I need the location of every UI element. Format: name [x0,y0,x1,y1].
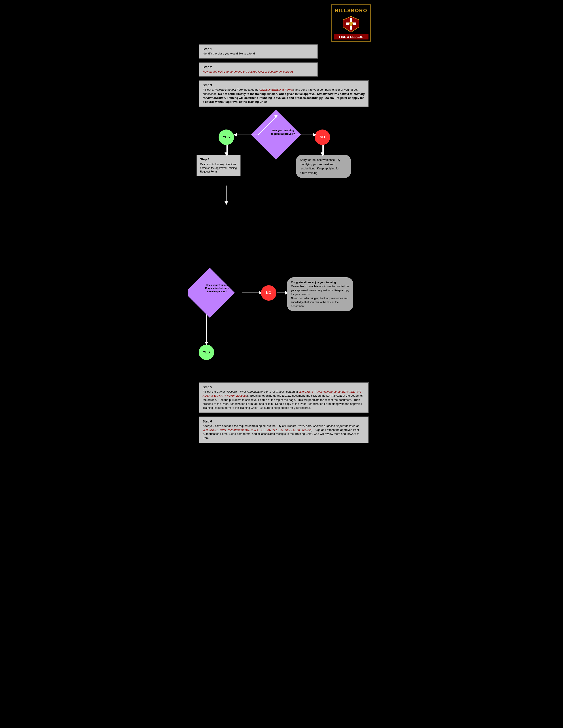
no-circle-2: NO [261,285,276,301]
step2-content: Review GO 600-1 to determine the desired… [203,70,314,74]
step6-doc-name: Travel and Business Expense Report [298,424,345,428]
step1-box: Step 1 Identify the class you would like… [199,44,318,59]
yes-label-2: YES [203,350,210,354]
step1-content: Identify the class you would like to att… [203,52,314,56]
step5-doc-name: City of Hillsboro – Prior Authorization … [217,390,284,393]
step6-link[interactable]: W:\FORMS\Travel Reimbursement\TRAVEL PRE… [203,428,311,432]
step6-label: Step 6 [203,420,365,423]
logo-emblem: HFR [342,15,360,33]
sorry-text: Sorry for the inconvenience. Try modifyi… [300,158,341,174]
header: HILLSBORO HFR FIRE & RESCUE [192,4,371,42]
step6-box: Step 6 After you have attended the reque… [199,417,369,443]
no-label-2: NO [266,291,271,295]
step2-link[interactable]: Review GO 600-1 to determine the desired… [203,70,293,73]
no-circle-1: NO [315,129,330,145]
step3-link[interactable]: W:\Training\Training Forms [258,88,293,91]
congrats-body: Remember to complete any instructions no… [291,285,349,308]
logo-box: HILLSBORO HFR FIRE & RESCUE [331,4,371,42]
yes-label-1: YES [223,135,230,139]
logo-sub: FIRE & RESCUE [334,34,369,39]
diamond1-text: Was your training request approved? [271,129,295,135]
yes-circle-2: YES [199,345,214,360]
step4-box: Step 4 Read and follow any directions no… [196,155,241,176]
step4-label: Step 4 [200,157,237,162]
step6-content: After you have attended the requested tr… [203,424,365,440]
page: HILLSBORO HFR FIRE & RESCUE Step 1 Ident… [192,4,371,443]
step5-box: Step 5 Fill out the City of Hillsboro – … [199,382,369,413]
sorry-box: Sorry for the inconvenience. Try modifyi… [296,155,351,178]
step5-content: Fill out the City of Hillsboro – Prior A… [203,390,365,410]
flowchart1: Was your training request approved? YES … [192,111,371,261]
yes-circle-1: YES [218,129,234,145]
step2-label: Step 2 [203,65,314,69]
step3-box: Step 3 Fill out a Training Request Form … [199,80,369,107]
svg-text:HFR: HFR [349,23,353,25]
step3-form-name: Training Request Form [214,88,243,91]
flowchart2: Does your Training Request include any t… [192,264,371,379]
step3-label: Step 3 [203,83,365,87]
step4-content: Read and follow any directions noted on … [200,163,237,174]
step1-label: Step 1 [203,47,314,51]
logo-name: HILLSBORO [334,7,369,14]
no-label-1: NO [320,135,325,139]
step3-content: Fill out a Training Request Form (locate… [203,88,365,104]
congrats-box: Congratulations enjoy your training. Rem… [287,277,353,311]
congrats-title: Congratulations enjoy your training. [291,281,337,284]
diamond1: Was your training request approved? [251,110,301,160]
step5-label: Step 5 [203,385,365,389]
diamond2-text: Does your Training Request include any t… [205,284,229,293]
step2-box: Step 2 Review GO 600-1 to determine the … [199,62,318,77]
diamond2: Does your Training Request include any t… [188,268,235,318]
